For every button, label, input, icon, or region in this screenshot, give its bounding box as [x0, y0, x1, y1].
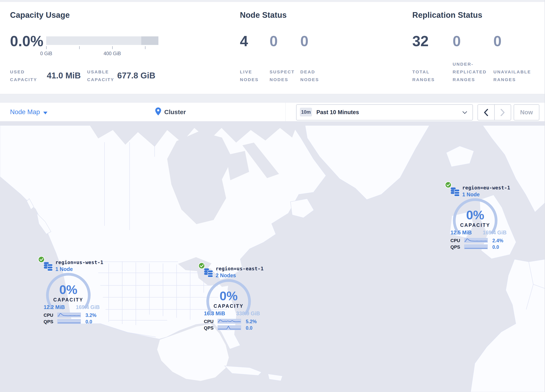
live-nodes-label: LIVE NODES [240, 68, 265, 83]
suspect-nodes-value: 0 [270, 33, 278, 49]
locality-capacity-label: CAPACITY [195, 303, 262, 309]
locality-marker-eu-west-1[interactable]: region=eu-west-1 1 Node 0% CAPACITY 12.5… [442, 181, 517, 253]
axis-tick [46, 46, 47, 49]
locality-capacity-label: CAPACITY [35, 297, 102, 303]
cpu-value: 5.2% [246, 319, 257, 324]
locality-capacity-percent: 0% [442, 208, 509, 222]
locality-used-capacity: 16.3 MiB [204, 311, 225, 317]
node-map[interactable]: region=us-west-1 1 Node 0% CAPACITY 12.2… [0, 121, 545, 392]
now-button[interactable]: Now [514, 104, 539, 120]
cpu-label: CPU [442, 238, 460, 243]
axis-tick [112, 46, 113, 49]
time-window-badge: 10m [300, 108, 312, 117]
chevron-left-icon [484, 109, 488, 116]
used-capacity-label: USED CAPACITY [10, 68, 41, 83]
axis-tick [145, 46, 145, 49]
database-nodes-icon [44, 261, 53, 271]
suspect-nodes-label: SUSPECT NODES [270, 68, 301, 83]
under-replicated-ranges-value: 0 [453, 33, 461, 49]
time-window-label: Past 10 Minutes [316, 109, 359, 116]
cpu-metric-row: CPU 2.4% [442, 238, 511, 243]
time-step-back-button[interactable] [478, 105, 495, 120]
locality-used-capacity: 12.5 MiB [451, 230, 472, 236]
locality-marker-us-west-1[interactable]: region=us-west-1 1 Node 0% CAPACITY 12.2… [35, 256, 110, 328]
time-step-buttons [477, 104, 511, 120]
unavailable-ranges-label: UNAVAILABLE RANGES [493, 68, 541, 83]
capacity-usage-title: Capacity Usage [10, 11, 70, 20]
cpu-metric-row: CPU 5.2% [195, 319, 264, 324]
qps-metric-row: QPS 0.0 [195, 325, 264, 330]
qps-value: 0.0 [492, 244, 499, 250]
locality-capacity-label: CAPACITY [442, 223, 509, 228]
locality-total-capacity: 338.9 GiB [236, 311, 260, 317]
usable-capacity-label: USABLE CAPACITY [87, 68, 118, 83]
time-range-select[interactable]: 10m Past 10 Minutes [296, 104, 473, 120]
chevron-down-icon [462, 111, 467, 114]
qps-metric-row: QPS 0.0 [35, 319, 104, 324]
capacity-used-segment [141, 36, 158, 45]
qps-sparkline [464, 244, 488, 249]
locality-used-capacity: 12.2 MiB [44, 304, 65, 310]
locality-marker-us-east-1[interactable]: region=us-east-1 2 Nodes 0% CAPACITY 16.… [195, 262, 270, 334]
total-ranges-value: 32 [412, 33, 429, 49]
locality-region-label: region=eu-west-1 [462, 185, 510, 190]
cpu-sparkline [464, 238, 488, 243]
axis-tick-label: 400 GiB [95, 51, 129, 56]
qps-value: 0.0 [246, 325, 253, 331]
location-pin-icon [155, 107, 161, 116]
qps-sparkline [57, 319, 81, 324]
cpu-sparkline [217, 319, 241, 324]
view-selector-dropdown[interactable]: Node Map [10, 108, 40, 116]
node-status-title: Node Status [240, 11, 287, 20]
live-nodes-value: 4 [240, 33, 248, 49]
locality-capacity-percent: 0% [35, 282, 102, 297]
qps-metric-row: QPS 0.0 [442, 244, 511, 249]
total-ranges-label: TOTAL RANGES [412, 68, 442, 83]
locality-node-count: 1 Node [55, 266, 73, 272]
breadcrumb-label: Cluster [164, 108, 186, 116]
replication-status-title: Replication Status [412, 11, 482, 20]
dead-nodes-label: DEAD NODES [300, 68, 325, 83]
capacity-percent: 0.0% [10, 33, 43, 49]
chevron-down-icon [43, 112, 47, 114]
database-nodes-icon [204, 268, 213, 278]
cpu-value: 2.4% [492, 238, 503, 243]
locality-node-count: 1 Node [462, 192, 480, 198]
qps-label: QPS [442, 244, 460, 250]
locality-node-count: 2 Nodes [216, 272, 236, 279]
unavailable-ranges-value: 0 [493, 33, 502, 49]
axis-tick-label: 0 GiB [30, 51, 63, 56]
qps-label: QPS [35, 319, 53, 324]
usable-capacity-value: 677.8 GiB [117, 71, 155, 80]
cpu-label: CPU [35, 312, 53, 318]
cpu-value: 3.2% [86, 312, 96, 318]
cluster-summary-panel: Capacity Usage 0.0% 0 GiB 400 GiB USED C… [0, 2, 545, 94]
chevron-right-icon [500, 109, 505, 116]
map-toolbar: Node Map Cluster 10m Past 10 Minutes [0, 102, 545, 121]
breadcrumb[interactable]: Cluster [155, 107, 186, 116]
time-step-forward-button[interactable] [495, 105, 511, 120]
used-capacity-value: 41.0 MiB [47, 71, 81, 80]
locality-capacity-percent: 0% [195, 289, 262, 303]
toolbar-divider [285, 103, 286, 121]
cluster-overview-page: Capacity Usage 0.0% 0 GiB 400 GiB USED C… [0, 0, 545, 392]
axis-tick [79, 46, 80, 49]
under-replicated-ranges-label: UNDER-REPLICATED RANGES [453, 60, 496, 83]
database-nodes-icon [451, 187, 460, 197]
locality-region-label: region=us-east-1 [216, 266, 264, 271]
qps-sparkline [217, 325, 241, 330]
dead-nodes-value: 0 [300, 33, 309, 49]
cpu-sparkline [57, 312, 81, 317]
cpu-metric-row: CPU 3.2% [35, 312, 104, 317]
locality-total-capacity: 169.4 GiB [483, 230, 507, 236]
cpu-label: CPU [195, 319, 214, 324]
locality-region-label: region=us-west-1 [55, 260, 103, 265]
qps-value: 0.0 [86, 319, 92, 325]
locality-total-capacity: 169.4 GiB [76, 304, 100, 310]
qps-label: QPS [195, 325, 214, 331]
capacity-usage-bar [46, 36, 158, 45]
